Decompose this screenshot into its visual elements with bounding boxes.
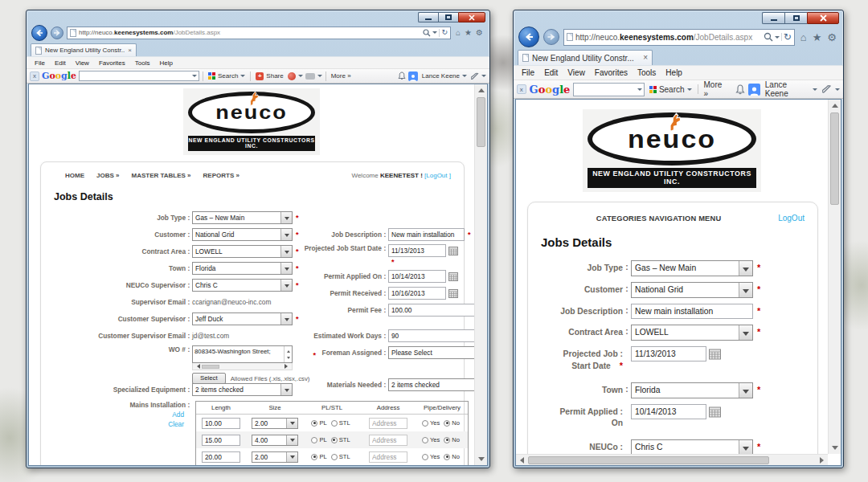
no-radio[interactable] (444, 454, 450, 460)
scroll-left-icon[interactable] (516, 455, 528, 466)
neuco-supervisor-select[interactable]: Chris C (192, 279, 293, 292)
stl-radio[interactable] (331, 454, 338, 460)
stl-radio[interactable] (331, 420, 338, 427)
scroll-down-icon[interactable] (475, 453, 488, 465)
wo-listbox[interactable]: 808345-Washington Street; (192, 345, 293, 363)
tools-wrench-icon[interactable] (822, 84, 832, 94)
menu-file[interactable]: File (517, 68, 539, 77)
menu-tools[interactable]: Tools (633, 68, 661, 77)
google-search-input[interactable] (573, 83, 645, 96)
user-menu[interactable]: Lance Keene (764, 80, 819, 98)
wo-scrollbar[interactable] (192, 363, 293, 370)
nav-master-tables[interactable]: MASTER TABLES » (131, 172, 190, 179)
calendar-icon[interactable] (448, 246, 458, 255)
vertical-scrollbar[interactable] (828, 100, 841, 454)
forward-button[interactable] (51, 27, 63, 39)
yes-radio[interactable] (422, 437, 428, 443)
toolbar-close-icon[interactable]: x (517, 84, 526, 94)
notifications-bell-icon[interactable] (735, 84, 745, 95)
more-button[interactable]: More » (702, 80, 730, 98)
home-icon[interactable]: ⌂ (800, 31, 807, 43)
menu-view[interactable]: View (71, 59, 94, 67)
customer-select[interactable]: National Grid (192, 228, 293, 241)
favorites-star-icon[interactable]: ★ (813, 31, 822, 43)
menu-help[interactable]: Help (154, 59, 177, 67)
scroll-right-icon[interactable] (285, 364, 290, 369)
menu-view[interactable]: View (563, 68, 590, 77)
menu-tools[interactable]: Tools (130, 59, 155, 67)
input-dropdown-icon[interactable] (192, 75, 197, 80)
scroll-up-icon[interactable] (475, 84, 488, 96)
menu-edit[interactable]: Edit (50, 59, 71, 67)
calendar-icon[interactable] (709, 406, 721, 418)
home-icon[interactable]: ⌂ (456, 28, 461, 37)
nav-reports[interactable]: REPORTS » (203, 172, 240, 179)
back-button[interactable] (518, 27, 539, 47)
customer-supervisor-select[interactable]: Jeff Duck (192, 312, 293, 325)
favorites-star-icon[interactable]: ★ (465, 28, 472, 37)
permit-fee-input[interactable] (388, 304, 474, 317)
calendar-icon[interactable] (448, 272, 458, 281)
job-description-input[interactable] (631, 304, 753, 319)
permit-received-date-input[interactable] (388, 287, 446, 300)
address-bar[interactable]: http://neuco.keenesystems.com/JobDetails… (563, 29, 795, 46)
categories-navigation-menu[interactable]: CATEGORIES NAVIGATION MENU (539, 214, 778, 223)
browser-tab[interactable]: New England Utility Constr... × (31, 43, 137, 56)
search-dropdown-icon[interactable] (775, 36, 780, 41)
mains-add-link[interactable]: Add (172, 411, 184, 419)
settings-gear-icon[interactable]: ⚙ (827, 31, 837, 43)
pl-radio[interactable] (311, 437, 317, 443)
tab-close-icon[interactable]: × (643, 54, 648, 62)
menu-favorites[interactable]: Favorites (94, 59, 130, 67)
size-select[interactable]: 2.00 (252, 418, 298, 429)
address-input[interactable] (369, 435, 407, 446)
maximize-button[interactable] (784, 12, 807, 24)
contract-area-select[interactable]: LOWELL (631, 325, 753, 341)
customer-select[interactable]: National Grid (631, 282, 753, 298)
refresh-icon[interactable]: ↻ (441, 29, 448, 36)
scroll-thumb[interactable] (830, 112, 839, 205)
address-input[interactable] (369, 451, 407, 463)
minimize-button[interactable] (762, 12, 784, 24)
yes-radio[interactable] (422, 454, 428, 460)
specialized-equipment-select[interactable]: 2 items checked (192, 383, 293, 396)
menu-edit[interactable]: Edit (539, 68, 563, 77)
wo-spinner[interactable] (284, 346, 292, 362)
toolbar-close-icon[interactable]: x (30, 71, 39, 81)
neuco-supervisor-select[interactable]: Chris C (631, 439, 753, 454)
logout-link[interactable]: LogOut (778, 214, 805, 223)
google-search-input[interactable] (79, 71, 199, 81)
notifications-bell-icon[interactable] (398, 71, 406, 80)
google-search-button[interactable]: Search (648, 85, 694, 94)
calendar-icon[interactable] (709, 348, 721, 360)
close-button[interactable] (807, 12, 839, 24)
size-select[interactable]: 4.00 (252, 435, 298, 446)
forward-button[interactable] (543, 29, 559, 45)
share-red-icon[interactable] (288, 72, 296, 80)
job-description-input[interactable] (388, 228, 465, 241)
menu-favorites[interactable]: Favorites (590, 68, 633, 77)
menu-help[interactable]: Help (661, 68, 687, 77)
vertical-scrollbar[interactable] (474, 84, 487, 465)
size-select[interactable]: 2.00 (252, 451, 298, 463)
back-button[interactable] (31, 25, 47, 41)
share-gray-icon[interactable] (305, 73, 315, 80)
no-radio[interactable] (444, 420, 450, 427)
stl-radio[interactable] (331, 437, 338, 443)
length-input[interactable] (202, 451, 240, 463)
search-icon[interactable] (423, 29, 431, 37)
scroll-thumb[interactable] (202, 365, 219, 369)
projected-start-date-input[interactable] (388, 244, 446, 257)
menu-file[interactable]: File (30, 59, 50, 67)
horizontal-scrollbar[interactable] (516, 454, 828, 465)
materials-needed-select[interactable]: 2 items checked (388, 378, 474, 391)
scroll-left-icon[interactable] (194, 364, 200, 369)
pl-radio[interactable] (311, 420, 317, 427)
length-input[interactable] (202, 418, 240, 429)
google-search-button[interactable]: Search (207, 72, 247, 80)
avatar[interactable] (748, 84, 760, 96)
title-bar[interactable] (27, 10, 489, 24)
tab-close-icon[interactable]: × (128, 47, 132, 54)
nav-home[interactable]: HOME (65, 172, 84, 179)
address-bar[interactable]: http://neuco.keenesystems.com/JobDetails… (67, 27, 451, 39)
